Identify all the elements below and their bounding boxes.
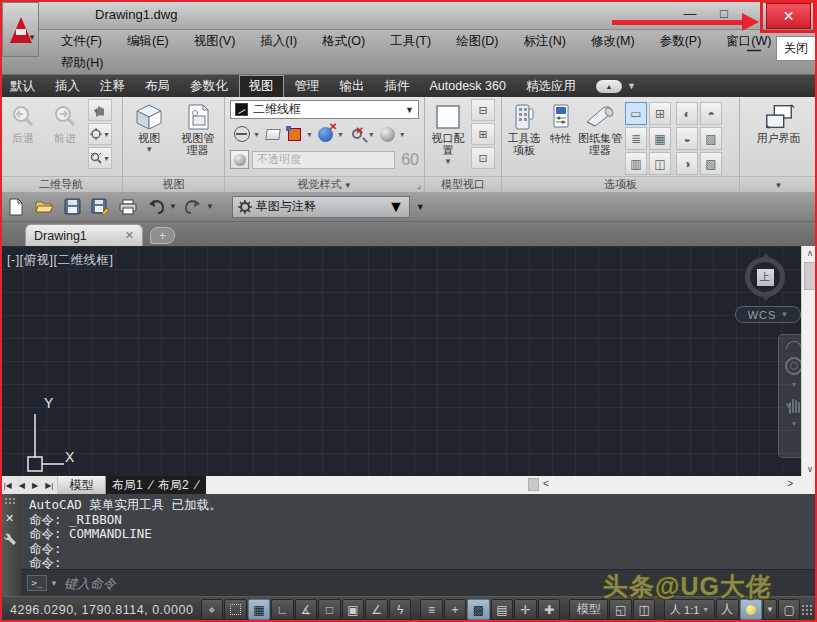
tab-annotate[interactable]: 注释 bbox=[91, 76, 134, 97]
materials-browser-button[interactable]: ▨ bbox=[700, 127, 722, 150]
tab-featured-apps[interactable]: 精选应用 bbox=[517, 76, 585, 97]
group-palette-button[interactable]: ⊞ bbox=[649, 102, 671, 125]
new-file-button[interactable] bbox=[4, 195, 28, 219]
last-tab-icon[interactable]: ▶| bbox=[45, 481, 53, 490]
highlight-off-button[interactable] bbox=[347, 124, 367, 144]
wrench-icon[interactable] bbox=[3, 532, 18, 547]
tab-layout1[interactable]: 布局1 bbox=[106, 477, 149, 494]
drawing-canvas[interactable]: [-][俯视][二维线框] 上 WCS Y X ∧ ∨ bbox=[0, 246, 817, 476]
snap-mode-toggle[interactable]: ⌖ bbox=[201, 599, 224, 620]
grid-display-toggle[interactable]: ▦ bbox=[248, 599, 271, 620]
join-viewport-button[interactable]: ⊞ bbox=[471, 123, 495, 145]
tool-palettes-button[interactable]: 工具选项板 bbox=[504, 99, 544, 176]
opacity-slider[interactable]: 不透明度 bbox=[252, 151, 395, 169]
save-button[interactable] bbox=[60, 195, 84, 219]
dbconnect-button[interactable]: ◐ bbox=[676, 102, 698, 125]
user-interface-button[interactable]: 用户界面 bbox=[749, 99, 809, 176]
command-line-toggle-button[interactable]: ▭ bbox=[625, 102, 647, 125]
pan-button[interactable] bbox=[88, 99, 112, 121]
view-manager-button[interactable]: 视图管理器 bbox=[177, 99, 219, 176]
render-palette-button[interactable]: ◑ bbox=[676, 152, 698, 175]
full-navigation-wheel-icon[interactable] bbox=[786, 341, 802, 349]
mdi-minimize-icon[interactable]: — bbox=[747, 42, 761, 58]
annotation-monitor-toggle[interactable]: ✚ bbox=[538, 599, 561, 620]
menu-format[interactable]: 格式(O) bbox=[318, 33, 369, 50]
lights-palette-button[interactable]: ◓ bbox=[700, 102, 722, 125]
lineweight-toggle[interactable]: ≡ bbox=[420, 599, 443, 620]
color-style-caret-icon[interactable] bbox=[306, 131, 313, 138]
viewcube[interactable]: 上 bbox=[739, 251, 791, 303]
redo-button[interactable] bbox=[181, 195, 205, 219]
tab-layout[interactable]: 布局 bbox=[136, 76, 179, 97]
shadow-caret-icon[interactable] bbox=[337, 131, 344, 138]
vertical-scroll-thumb[interactable] bbox=[804, 262, 816, 290]
visual-styles-palette-button[interactable]: ◒ bbox=[676, 127, 698, 150]
vertical-scrollbar[interactable]: ∧ ∨ bbox=[801, 246, 817, 476]
tab-view[interactable]: 视图 bbox=[239, 75, 284, 98]
scroll-up-icon[interactable]: ∧ bbox=[802, 248, 817, 258]
tab-insert[interactable]: 插入 bbox=[46, 76, 89, 97]
polar-tracking-toggle[interactable]: ∡ bbox=[295, 599, 318, 620]
minimize-button[interactable]: — bbox=[675, 4, 705, 26]
material-caret-icon[interactable] bbox=[399, 131, 406, 138]
ortho-mode-toggle[interactable]: ∟ bbox=[271, 599, 294, 620]
highlight-caret-icon[interactable] bbox=[368, 131, 375, 138]
named-viewport-button[interactable]: ⊟ bbox=[471, 99, 495, 121]
shadow-off-button[interactable] bbox=[316, 124, 336, 144]
visual-style-combo[interactable]: 二维线框 bbox=[230, 100, 419, 119]
panel-title-model-viewports[interactable]: 模型视口 bbox=[425, 176, 501, 192]
next-tab-icon[interactable]: ▶ bbox=[32, 481, 38, 490]
quick-properties-toggle[interactable]: ▤ bbox=[491, 599, 514, 620]
tab-default[interactable]: 默认 bbox=[1, 76, 44, 97]
menu-parametric[interactable]: 参数(P) bbox=[656, 33, 706, 50]
tab-autodesk360[interactable]: Autodesk 360 bbox=[421, 77, 515, 95]
menu-insert[interactable]: 插入(I) bbox=[256, 33, 301, 50]
panel-title-visual-styles[interactable]: 视觉样式 bbox=[225, 176, 424, 192]
scroll-left-icon[interactable]: < bbox=[543, 478, 549, 489]
open-file-button[interactable] bbox=[32, 195, 56, 219]
dynamic-input-toggle[interactable]: ϟ bbox=[389, 599, 412, 620]
object-snap-toggle[interactable]: □ bbox=[318, 599, 341, 620]
save-as-button[interactable] bbox=[88, 195, 112, 219]
drag-grip-icon[interactable] bbox=[4, 497, 16, 506]
menu-file[interactable]: 文件(F) bbox=[57, 33, 106, 50]
layout-tab-nav[interactable]: |◀ ◀ ▶ ▶| bbox=[0, 476, 58, 494]
ribbon-minimize-caret[interactable] bbox=[627, 81, 636, 91]
close-button[interactable]: ✕ bbox=[766, 3, 811, 29]
orbit-button[interactable] bbox=[88, 123, 112, 145]
tab-manage[interactable]: 管理 bbox=[286, 76, 329, 97]
transparency-toggle[interactable]: ＋ bbox=[444, 599, 467, 620]
new-drawing-tab-button[interactable]: + bbox=[150, 227, 175, 244]
workspace-combo[interactable]: 草图与注释 bbox=[232, 196, 410, 218]
plot-button[interactable] bbox=[116, 195, 140, 219]
reference-palette-button[interactable]: ≣ bbox=[625, 127, 647, 150]
undo-caret-icon[interactable] bbox=[169, 202, 177, 211]
dialog-launcher-icon[interactable] bbox=[417, 178, 421, 193]
command-input[interactable] bbox=[64, 576, 364, 591]
panel-title-2d-navigation[interactable]: 二维导航 bbox=[0, 176, 122, 192]
restore-viewport-button[interactable]: ⊡ bbox=[471, 147, 495, 169]
undo-button[interactable] bbox=[144, 195, 168, 219]
clean-screen-button[interactable]: ▢ bbox=[778, 599, 801, 620]
tab-layout2[interactable]: 布局2 bbox=[152, 477, 195, 494]
advanced-render-button[interactable]: ▧ bbox=[700, 152, 722, 175]
3d-object-snap-toggle[interactable]: ▣ bbox=[342, 599, 365, 620]
face-style-button[interactable] bbox=[263, 124, 283, 144]
menu-edit[interactable]: 编辑(E) bbox=[123, 33, 173, 50]
named-views-button[interactable]: 视图 bbox=[128, 99, 170, 176]
selection-cycling-toggle[interactable]: ▩ bbox=[467, 599, 490, 620]
no-hidden-button[interactable] bbox=[232, 124, 252, 144]
file-tab-close-icon[interactable]: ✕ bbox=[125, 229, 134, 242]
navbar-more-caret-icon[interactable] bbox=[791, 420, 798, 427]
snap-tracking-toggle[interactable]: ∠ bbox=[365, 599, 388, 620]
viewport-config-button[interactable]: 视口配置 bbox=[427, 99, 469, 176]
material-sphere-button[interactable] bbox=[378, 124, 398, 144]
clipboard-button[interactable]: ◫ bbox=[649, 152, 671, 175]
grid-snap-toggle[interactable] bbox=[224, 599, 247, 620]
menu-modify[interactable]: 修改(M) bbox=[587, 33, 639, 50]
command-strip[interactable]: ✕ bbox=[0, 494, 21, 596]
recent-commands-caret-icon[interactable] bbox=[50, 579, 58, 588]
redo-caret-icon[interactable] bbox=[206, 202, 214, 211]
properties-button[interactable]: 特性 bbox=[544, 99, 578, 176]
menu-view[interactable]: 视图(V) bbox=[190, 33, 240, 50]
